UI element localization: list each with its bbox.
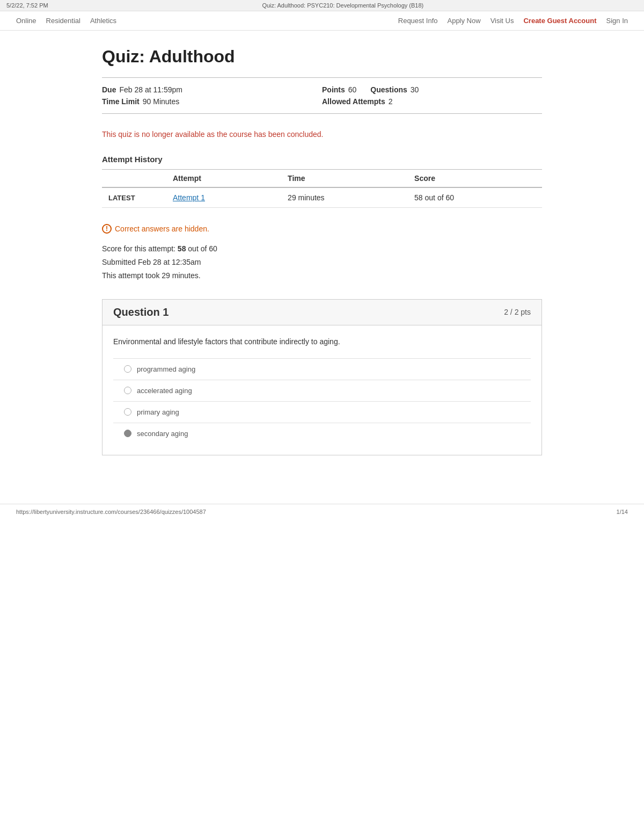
attempt-link[interactable]: Attempt 1: [173, 193, 205, 202]
question-1-body: Environmental and lifestyle factors that…: [103, 325, 541, 455]
browser-timestamp: 5/2/22, 7:52 PM: [6, 2, 48, 9]
page-footer: https://libertyuniversity.instructure.co…: [0, 504, 644, 519]
browser-page-title: Quiz: Adulthood: PSYC210: Developmental …: [48, 2, 638, 9]
score-line3: This attempt took 29 minutes.: [102, 269, 542, 282]
table-header-time: Time: [281, 170, 408, 188]
nav-right: Request Info Apply Now Visit Us Create G…: [398, 17, 628, 25]
attempt-table: Attempt Time Score LATEST Attempt 1 29 m…: [102, 169, 542, 208]
question-1-pts: 2 / 2 pts: [504, 308, 531, 316]
radio-circle-3: [124, 408, 131, 416]
attempt-tag: LATEST: [102, 187, 166, 208]
questions-value: 30: [411, 85, 419, 94]
due-row: Due Feb 28 at 11:59pm: [102, 85, 322, 94]
score-line2: Submitted Feb 28 at 12:35am: [102, 256, 542, 269]
score-line1-suffix: out of 60: [186, 244, 217, 253]
due-value: Feb 28 at 11:59pm: [119, 85, 182, 94]
nav-visit-us[interactable]: Visit Us: [491, 17, 514, 25]
points-value: 60: [348, 85, 357, 94]
correct-notice: ! Correct answers are hidden.: [102, 224, 542, 234]
attempt-link-cell: Attempt 1: [166, 187, 281, 208]
top-nav: Online Residential Athletics Request Inf…: [0, 11, 644, 31]
radio-circle-2: [124, 387, 131, 394]
allowed-attempts-row: Allowed Attempts 2: [322, 97, 542, 106]
radio-circle-4: [124, 430, 131, 437]
table-header-score: Score: [408, 170, 542, 188]
unavailable-message: This quiz is no longer available as the …: [102, 130, 542, 139]
nav-request-info[interactable]: Request Info: [398, 17, 438, 25]
answer-options: programmed aging accelerated aging prima…: [113, 358, 531, 444]
browser-bar: 5/2/22, 7:52 PM Quiz: Adulthood: PSYC210…: [0, 0, 644, 11]
answer-label-4: secondary aging: [137, 430, 188, 438]
answer-option-1[interactable]: programmed aging: [113, 359, 531, 380]
score-line1: Score for this attempt: 58 out of 60: [102, 242, 542, 256]
time-limit-label: Time Limit: [102, 97, 140, 106]
question-1-title: Question 1: [113, 306, 169, 318]
question-1-header: Question 1 2 / 2 pts: [103, 300, 541, 325]
sign-in-link[interactable]: Sign In: [606, 17, 628, 25]
allowed-attempts-label: Allowed Attempts: [322, 97, 385, 106]
points-label: Points: [322, 85, 345, 94]
answer-label-1: programmed aging: [137, 365, 195, 373]
time-limit-value: 90 Minutes: [143, 97, 179, 106]
quiz-title: Quiz: Adulthood: [102, 47, 542, 67]
nav-left: Online Residential Athletics: [16, 17, 116, 25]
nav-athletics[interactable]: Athletics: [90, 17, 116, 25]
answer-option-4[interactable]: secondary aging: [113, 423, 531, 444]
attempt-time: 29 minutes: [281, 187, 408, 208]
nav-online[interactable]: Online: [16, 17, 36, 25]
time-limit-row: Time Limit 90 Minutes: [102, 97, 322, 106]
answer-option-3[interactable]: primary aging: [113, 402, 531, 423]
correct-notice-text: Correct answers are hidden.: [115, 224, 209, 233]
table-header-attempt: Attempt: [166, 170, 281, 188]
score-info: Score for this attempt: 58 out of 60 Sub…: [102, 242, 542, 283]
answer-option-2[interactable]: accelerated aging: [113, 380, 531, 402]
attempt-score: 58 out of 60: [408, 187, 542, 208]
attempt-history: Attempt History Attempt Time Score LATES…: [102, 155, 542, 208]
radio-circle-1: [124, 365, 131, 373]
create-guest-account-link[interactable]: Create Guest Account: [523, 17, 596, 25]
info-icon: !: [102, 224, 112, 234]
points-row: Points 60 Questions 30: [322, 85, 542, 94]
footer-page-indicator: 1/14: [617, 509, 628, 515]
score-line1-prefix: Score for this attempt:: [102, 244, 178, 253]
nav-residential[interactable]: Residential: [46, 17, 80, 25]
answer-label-3: primary aging: [137, 408, 179, 416]
score-line1-bold: 58: [178, 244, 186, 253]
question-1-card: Question 1 2 / 2 pts Environmental and l…: [102, 299, 542, 455]
table-header-tag: [102, 170, 166, 188]
footer-url: https://libertyuniversity.instructure.co…: [16, 509, 206, 515]
quiz-info: Due Feb 28 at 11:59pm Points 60 Question…: [102, 77, 542, 114]
question-1-text: Environmental and lifestyle factors that…: [113, 336, 531, 347]
due-label: Due: [102, 85, 116, 94]
main-content: Quiz: Adulthood Due Feb 28 at 11:59pm Po…: [80, 31, 564, 482]
answer-label-2: accelerated aging: [137, 387, 192, 395]
allowed-attempts-value: 2: [389, 97, 393, 106]
questions-label: Questions: [370, 85, 407, 94]
table-row: LATEST Attempt 1 29 minutes 58 out of 60: [102, 187, 542, 208]
attempt-history-heading: Attempt History: [102, 155, 542, 164]
nav-apply-now[interactable]: Apply Now: [447, 17, 480, 25]
